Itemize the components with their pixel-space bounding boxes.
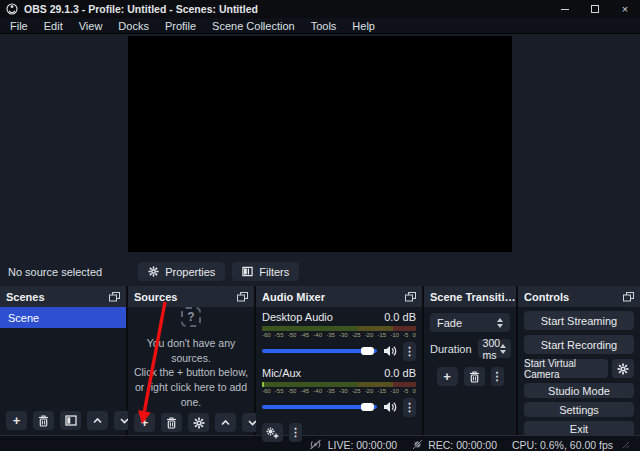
channel-options-button[interactable]: ⋮ — [403, 342, 416, 361]
menu-profile[interactable]: Profile — [157, 18, 204, 33]
meter-tick-label: -60 — [262, 331, 271, 339]
start-streaming-button[interactable]: Start Streaming — [524, 311, 634, 330]
maximize-button[interactable] — [580, 0, 610, 18]
meter-tick-label: -50 — [288, 387, 297, 395]
add-scene-button[interactable]: + — [6, 411, 27, 430]
scene-transitions-panel-title: Scene Transiti… — [430, 291, 516, 303]
meter-tick-label: -15 — [377, 387, 386, 395]
channel-level-db: 0.0 dB — [384, 367, 416, 379]
minimize-icon — [561, 9, 569, 10]
volume-slider[interactable] — [262, 349, 377, 353]
menu-help[interactable]: Help — [344, 18, 383, 33]
start-recording-button[interactable]: Start Recording — [524, 335, 634, 354]
scene-filters-button[interactable] — [60, 411, 81, 430]
remove-scene-button[interactable] — [33, 411, 54, 430]
scene-filters-icon — [65, 415, 77, 426]
window-title: OBS 29.1.3 - Profile: Untitled - Scenes:… — [24, 3, 258, 15]
properties-button[interactable]: Properties — [138, 262, 225, 281]
menu-bar: File Edit View Docks Profile Scene Colle… — [0, 18, 640, 34]
menu-docks[interactable]: Docks — [110, 18, 157, 33]
sources-empty-hint: You don't have any sources. Click the + … — [128, 336, 254, 409]
combo-arrows-icon — [497, 318, 503, 328]
controls-panel: Controls Start Streaming Start Recording… — [518, 286, 640, 435]
sources-panel: Sources ? You don't have any sources. Cl… — [128, 286, 254, 435]
meter-tick-label: -40 — [313, 331, 322, 339]
remove-transition-button[interactable] — [464, 367, 485, 386]
minimize-button[interactable] — [550, 0, 580, 18]
meter-tick-label: -55 — [275, 331, 284, 339]
dock-area: Scenes Scene + — [0, 286, 640, 435]
hint-line-3: or right click here to add one. — [128, 380, 254, 409]
start-virtual-camera-button[interactable]: Start Virtual Camera — [524, 359, 608, 378]
duration-spinbox[interactable]: 300 ms — [478, 339, 512, 358]
maximize-icon — [591, 5, 599, 13]
performance-status: CPU: 0.6%, 60.00 fps — [512, 439, 613, 451]
trash-icon — [166, 417, 177, 429]
remove-source-button[interactable] — [161, 413, 182, 432]
menu-edit[interactable]: Edit — [36, 18, 71, 33]
controls-panel-title: Controls — [524, 291, 569, 303]
trash-icon — [38, 415, 49, 427]
volume-slider-handle[interactable] — [361, 403, 374, 411]
mixer-channel-desktop-audio: Desktop Audio 0.0 dB -60-55-50-45-40-35-… — [256, 307, 422, 363]
menu-tools[interactable]: Tools — [303, 18, 345, 33]
settings-button[interactable]: Settings — [524, 402, 634, 417]
scene-transitions-panel: Scene Transiti… Fade Duration 300 ms + — [424, 286, 516, 435]
exit-button[interactable]: Exit — [524, 421, 634, 436]
menu-file[interactable]: File — [2, 18, 36, 33]
scene-item-label: Scene — [8, 312, 39, 324]
menu-scene-collection[interactable]: Scene Collection — [204, 18, 303, 33]
popout-dock-icon[interactable] — [623, 292, 634, 302]
resize-grip-icon[interactable] — [622, 441, 630, 449]
close-button[interactable]: × — [610, 0, 640, 18]
gear-icon — [617, 363, 629, 375]
gear-icon — [148, 266, 159, 277]
channel-name: Mic/Aux — [262, 367, 301, 379]
spinbox-arrows-icon — [500, 344, 506, 354]
channel-options-button[interactable]: ⋮ — [403, 398, 416, 417]
volume-slider-handle[interactable] — [361, 347, 374, 355]
close-icon: × — [622, 3, 628, 15]
mixer-options-button[interactable]: ⋮ — [289, 423, 302, 442]
meter-scale: -60-55-50-45-40-35-30-25-20-15-10-50 — [262, 331, 416, 339]
add-transition-button[interactable]: + — [437, 367, 458, 386]
move-scene-up-button[interactable] — [87, 411, 108, 430]
preview-canvas[interactable] — [128, 36, 512, 252]
speaker-icon[interactable] — [383, 345, 397, 357]
chevron-up-icon — [93, 418, 102, 424]
kebab-icon: ⋮ — [290, 427, 301, 438]
menu-view[interactable]: View — [71, 18, 111, 33]
add-source-button[interactable]: + — [134, 413, 155, 432]
cpu-fps-label: CPU: 0.6%, 60.00 fps — [512, 439, 613, 451]
transition-options-button[interactable]: ⋮ — [491, 367, 504, 386]
volume-slider[interactable] — [262, 405, 377, 409]
properties-button-label: Properties — [165, 266, 215, 278]
studio-mode-button[interactable]: Studio Mode — [524, 383, 634, 398]
meter-tick-label: -20 — [365, 387, 374, 395]
source-properties-button[interactable] — [188, 413, 209, 432]
kebab-icon: ⋮ — [404, 346, 415, 357]
mixer-channel-mic-aux: Mic/Aux 0.0 dB -60-55-50-45-40-35-30-25-… — [256, 363, 422, 419]
no-source-selected-label: No source selected — [8, 266, 102, 278]
scenes-panel: Scenes Scene + — [0, 286, 126, 435]
speaker-icon[interactable] — [383, 401, 397, 413]
popout-dock-icon[interactable] — [237, 292, 248, 302]
popout-dock-icon[interactable] — [109, 292, 120, 302]
meter-tick-label: -30 — [339, 331, 348, 339]
meter-tick-label: 0 — [413, 387, 416, 395]
popout-dock-icon[interactable] — [405, 292, 416, 302]
obs-logo-icon — [6, 3, 18, 15]
live-status: LIVE: 00:00:00 — [308, 439, 397, 451]
scene-list-item[interactable]: Scene — [0, 307, 126, 328]
transition-select[interactable]: Fade — [430, 313, 510, 332]
duration-label: Duration — [430, 343, 472, 355]
filters-button-label: Filters — [259, 266, 289, 278]
advanced-audio-properties-button[interactable] — [262, 423, 283, 442]
duration-value: 300 ms — [483, 337, 501, 361]
filters-button[interactable]: Filters — [232, 262, 299, 281]
meter-tick-label: -45 — [300, 331, 309, 339]
sources-empty-state[interactable]: ? You don't have any sources. Click the … — [128, 307, 254, 409]
meter-tick-label: -25 — [352, 387, 361, 395]
virtual-camera-config-button[interactable] — [612, 359, 634, 378]
move-source-up-button[interactable] — [215, 413, 236, 432]
